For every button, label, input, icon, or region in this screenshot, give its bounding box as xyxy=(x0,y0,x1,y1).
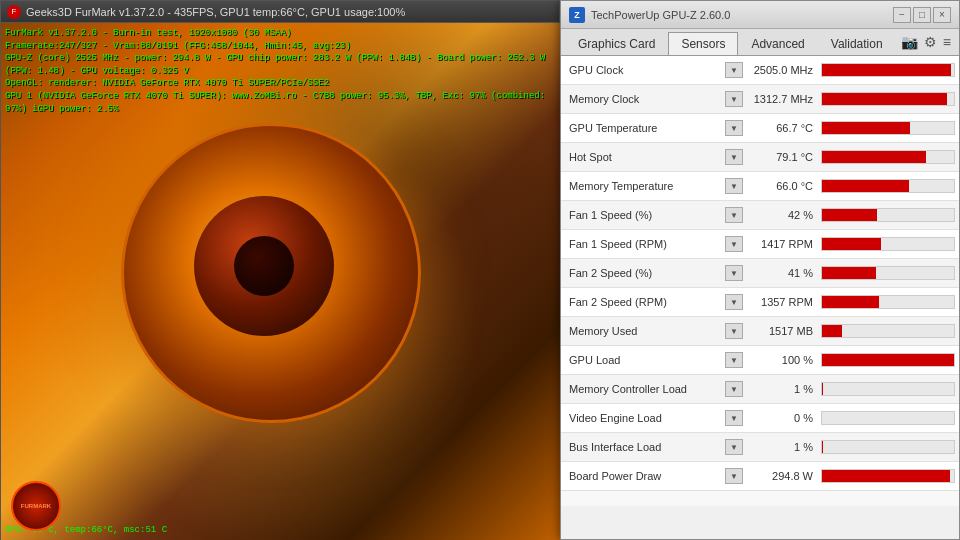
sensor-value: 66.7 °C xyxy=(747,122,817,134)
gpuz-window-controls: − □ × xyxy=(893,7,951,23)
sensor-dropdown-btn[interactable]: ▼ xyxy=(725,352,743,368)
furmark-overlay: FurMark v1.37.2.0 - Burn-in test, 1920x1… xyxy=(5,27,561,115)
sensor-name: Memory Clock xyxy=(565,93,725,105)
gpuz-minimize-button[interactable]: − xyxy=(893,7,911,23)
furmark-titlebar: F Geeks3D FurMark v1.37.2.0 - 435FPS, GP… xyxy=(1,1,559,23)
sensor-dropdown-btn[interactable]: ▼ xyxy=(725,294,743,310)
sensor-dropdown-btn[interactable]: ▼ xyxy=(725,236,743,252)
sensor-value: 1 % xyxy=(747,441,817,453)
sensor-bar xyxy=(822,325,842,337)
gpuz-window: Z TechPowerUp GPU-Z 2.60.0 − □ × Graphic… xyxy=(560,0,960,540)
sensor-row: Hot Spot ▼ 79.1 °C xyxy=(561,143,959,172)
sensor-bar xyxy=(822,267,876,279)
sensor-row: Board Power Draw ▼ 294.8 W xyxy=(561,462,959,491)
furmark-eye-render xyxy=(121,123,421,423)
sensor-name: GPU Load xyxy=(565,354,725,366)
furmark-icon: F xyxy=(7,5,21,19)
sensor-bar-container xyxy=(821,92,955,106)
sensor-name: Fan 1 Speed (%) xyxy=(565,209,725,221)
sensor-dropdown-btn[interactable]: ▼ xyxy=(725,149,743,165)
gpuz-close-button[interactable]: × xyxy=(933,7,951,23)
sensor-value: 100 % xyxy=(747,354,817,366)
sensor-value: 2505.0 MHz xyxy=(747,64,817,76)
sensor-value: 79.1 °C xyxy=(747,151,817,163)
sensor-row: Memory Controller Load ▼ 1 % xyxy=(561,375,959,404)
sensor-dropdown-btn[interactable]: ▼ xyxy=(725,178,743,194)
furmark-logo: FURMARK xyxy=(11,481,61,531)
tab-validation[interactable]: Validation xyxy=(818,32,896,55)
sensor-value: 1357 RPM xyxy=(747,296,817,308)
sensor-value: 41 % xyxy=(747,267,817,279)
sensor-row: GPU Clock ▼ 2505.0 MHz xyxy=(561,56,959,85)
sensor-row: GPU Temperature ▼ 66.7 °C xyxy=(561,114,959,143)
sensor-row: GPU Load ▼ 100 % xyxy=(561,346,959,375)
sensor-name: Board Power Draw xyxy=(565,470,725,482)
sensor-name: Memory Used xyxy=(565,325,725,337)
gpuz-tab-bar: Graphics Card Sensors Advanced Validatio… xyxy=(561,29,959,56)
sensor-value: 66.0 °C xyxy=(747,180,817,192)
sensor-row: Fan 2 Speed (%) ▼ 41 % xyxy=(561,259,959,288)
sensor-value: 294.8 W xyxy=(747,470,817,482)
furmark-title: Geeks3D FurMark v1.37.2.0 - 435FPS, GPU1… xyxy=(26,6,405,18)
sensor-row: Memory Used ▼ 1517 MB xyxy=(561,317,959,346)
sensor-bar xyxy=(822,354,954,366)
sensor-value: 42 % xyxy=(747,209,817,221)
gpuz-settings-icon[interactable]: ⚙ xyxy=(924,34,937,50)
sensor-row: Memory Temperature ▼ 66.0 °C xyxy=(561,172,959,201)
sensor-bar xyxy=(822,93,947,105)
sensor-dropdown-btn[interactable]: ▼ xyxy=(725,323,743,339)
sensor-bar xyxy=(822,64,951,76)
sensor-bar xyxy=(822,470,950,482)
gpuz-icon: Z xyxy=(569,7,585,23)
sensor-dropdown-btn[interactable]: ▼ xyxy=(725,410,743,426)
sensor-bar-container xyxy=(821,150,955,164)
sensor-bar-container xyxy=(821,324,955,338)
sensor-dropdown-btn[interactable]: ▼ xyxy=(725,265,743,281)
sensor-dropdown-btn[interactable]: ▼ xyxy=(725,207,743,223)
sensor-bar-container xyxy=(821,382,955,396)
sensor-name: Video Engine Load xyxy=(565,412,725,424)
gpuz-menu-icon[interactable]: ≡ xyxy=(943,34,951,50)
sensor-name: Bus Interface Load xyxy=(565,441,725,453)
sensor-bar-container xyxy=(821,353,955,367)
gpuz-sensors-list: GPU Clock ▼ 2505.0 MHz Memory Clock ▼ 13… xyxy=(561,56,959,506)
sensor-name: Fan 1 Speed (RPM) xyxy=(565,238,725,250)
sensor-bar-container xyxy=(821,121,955,135)
gpuz-cam-icon[interactable]: 📷 xyxy=(901,34,918,50)
sensor-dropdown-btn[interactable]: ▼ xyxy=(725,439,743,455)
sensor-bar xyxy=(822,383,823,395)
furmark-window: F Geeks3D FurMark v1.37.2.0 - 435FPS, GP… xyxy=(0,0,560,540)
gpuz-titlebar: Z TechPowerUp GPU-Z 2.60.0 − □ × xyxy=(561,1,959,29)
sensor-bar xyxy=(822,441,823,453)
sensor-row: Bus Interface Load ▼ 1 % xyxy=(561,433,959,462)
sensor-bar-container xyxy=(821,411,955,425)
sensor-bar xyxy=(822,151,926,163)
sensor-name: GPU Temperature xyxy=(565,122,725,134)
sensor-row: Fan 1 Speed (RPM) ▼ 1417 RPM xyxy=(561,230,959,259)
sensor-value: 1417 RPM xyxy=(747,238,817,250)
furmark-canvas: FurMark v1.37.2.0 - Burn-in test, 1920x1… xyxy=(1,23,561,540)
sensor-row: Video Engine Load ▼ 0 % xyxy=(561,404,959,433)
sensor-bar-container xyxy=(821,237,955,251)
sensor-row: Fan 1 Speed (%) ▼ 42 % xyxy=(561,201,959,230)
sensor-name: Fan 2 Speed (%) xyxy=(565,267,725,279)
sensor-bar-container xyxy=(821,440,955,454)
sensor-dropdown-btn[interactable]: ▼ xyxy=(725,468,743,484)
sensor-bar xyxy=(822,209,877,221)
sensor-bar xyxy=(822,122,910,134)
tab-advanced[interactable]: Advanced xyxy=(738,32,817,55)
sensor-value: 1312.7 MHz xyxy=(747,93,817,105)
sensor-bar-container xyxy=(821,63,955,77)
sensor-name: Hot Spot xyxy=(565,151,725,163)
tab-sensors[interactable]: Sensors xyxy=(668,32,738,55)
sensor-dropdown-btn[interactable]: ▼ xyxy=(725,62,743,78)
sensor-bar-container xyxy=(821,179,955,193)
sensor-dropdown-btn[interactable]: ▼ xyxy=(725,381,743,397)
sensor-dropdown-btn[interactable]: ▼ xyxy=(725,120,743,136)
sensor-dropdown-btn[interactable]: ▼ xyxy=(725,91,743,107)
sensor-name: GPU Clock xyxy=(565,64,725,76)
sensor-bar-container xyxy=(821,469,955,483)
tab-graphics-card[interactable]: Graphics Card xyxy=(565,32,668,55)
gpuz-maximize-button[interactable]: □ xyxy=(913,7,931,23)
sensor-bar-container xyxy=(821,295,955,309)
